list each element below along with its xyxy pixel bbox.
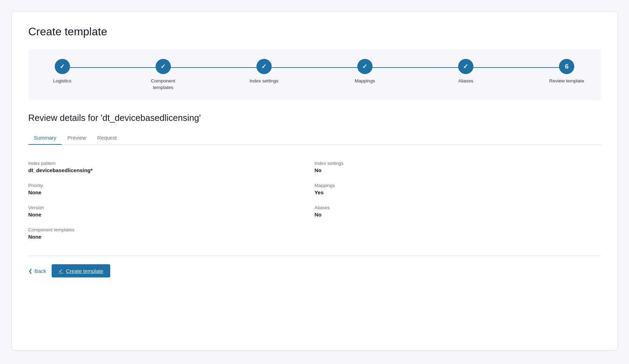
stepper-track bbox=[70, 67, 559, 68]
value-component-templates: None bbox=[28, 234, 315, 240]
step-review-template: 6 Review template bbox=[549, 59, 584, 84]
right-details: Index settings No Mappings Yes Aliases N… bbox=[315, 156, 601, 245]
step-circle-index: ✓ bbox=[256, 59, 272, 74]
create-label: Create template bbox=[66, 268, 103, 274]
step-index-settings: ✓ Index settings bbox=[247, 59, 281, 84]
label-priority: Priority bbox=[28, 183, 315, 188]
value-aliases: No bbox=[315, 212, 601, 217]
tab-request[interactable]: Request bbox=[92, 131, 123, 145]
detail-priority: Priority None bbox=[28, 178, 315, 200]
detail-component-templates: Component templates None bbox=[28, 222, 315, 245]
step-mappings: ✓ Mappings bbox=[348, 59, 382, 84]
step-label-index: Index settings bbox=[250, 78, 279, 84]
value-index-pattern: dt_devicebasedlicensing* bbox=[28, 167, 315, 173]
check-icon-mappings: ✓ bbox=[362, 63, 367, 70]
tabs-container: Summary Preview Request bbox=[28, 131, 601, 145]
step-circle-review: 6 bbox=[559, 59, 574, 74]
create-template-button[interactable]: ✓ Create template bbox=[52, 264, 110, 277]
review-title: Review details for 'dt_devicebasedlicens… bbox=[28, 113, 601, 123]
step-label-mappings: Mappings bbox=[355, 78, 375, 84]
step-circle-mappings: ✓ bbox=[357, 59, 373, 74]
step-circle-logistics: ✓ bbox=[55, 59, 70, 74]
label-component-templates: Component templates bbox=[28, 227, 315, 232]
detail-mappings: Mappings Yes bbox=[315, 178, 601, 200]
step-circle-component: ✓ bbox=[156, 59, 171, 74]
detail-index-pattern: Index pattern dt_devicebasedlicensing* bbox=[28, 156, 315, 178]
value-index-settings: No bbox=[315, 167, 601, 173]
label-index-pattern: Index pattern bbox=[28, 161, 315, 166]
detail-index-settings: Index settings No bbox=[315, 156, 601, 178]
step-number-review: 6 bbox=[565, 63, 569, 70]
back-button[interactable]: ❮ Back bbox=[28, 268, 46, 274]
review-template-name: 'dt_devicebasedlicensing' bbox=[101, 113, 201, 123]
detail-aliases: Aliases No bbox=[315, 200, 601, 222]
tab-preview[interactable]: Preview bbox=[62, 131, 91, 145]
check-icon-aliases: ✓ bbox=[463, 63, 468, 70]
check-icon-component: ✓ bbox=[160, 63, 166, 70]
step-label-logistics: Logistics bbox=[53, 78, 71, 84]
tab-summary[interactable]: Summary bbox=[28, 131, 62, 145]
chevron-left-icon: ❮ bbox=[28, 268, 33, 274]
step-aliases: ✓ Aliases bbox=[448, 59, 483, 84]
value-version: None bbox=[28, 212, 315, 217]
value-priority: None bbox=[28, 189, 315, 195]
step-logistics: ✓ Logistics bbox=[45, 59, 80, 84]
check-icon-index: ✓ bbox=[261, 63, 267, 70]
details-grid: Index pattern dt_devicebasedlicensing* P… bbox=[28, 156, 601, 245]
detail-version: Version None bbox=[28, 200, 315, 222]
label-aliases: Aliases bbox=[315, 205, 601, 210]
review-title-prefix: Review details for bbox=[28, 113, 101, 123]
left-details: Index pattern dt_devicebasedlicensing* P… bbox=[28, 156, 315, 245]
check-icon-create: ✓ bbox=[59, 268, 63, 274]
stepper: ✓ Logistics ✓ Componenttemplates ✓ Index… bbox=[28, 49, 601, 100]
label-mappings: Mappings bbox=[315, 183, 601, 188]
label-index-settings: Index settings bbox=[315, 161, 601, 166]
step-label-component: Componenttemplates bbox=[151, 78, 175, 91]
step-label-review: Review template bbox=[549, 78, 584, 84]
step-circle-aliases: ✓ bbox=[458, 59, 473, 74]
label-version: Version bbox=[28, 205, 315, 210]
back-label: Back bbox=[35, 268, 46, 274]
check-icon-logistics: ✓ bbox=[60, 63, 65, 70]
page-container: Create template ✓ Logistics ✓ Componentt… bbox=[11, 11, 618, 350]
actions-bar: ❮ Back ✓ Create template bbox=[28, 256, 601, 277]
value-mappings: Yes bbox=[315, 189, 601, 195]
step-component-templates: ✓ Componenttemplates bbox=[146, 59, 181, 91]
page-title: Create template bbox=[28, 25, 601, 38]
step-label-aliases: Aliases bbox=[458, 78, 473, 84]
